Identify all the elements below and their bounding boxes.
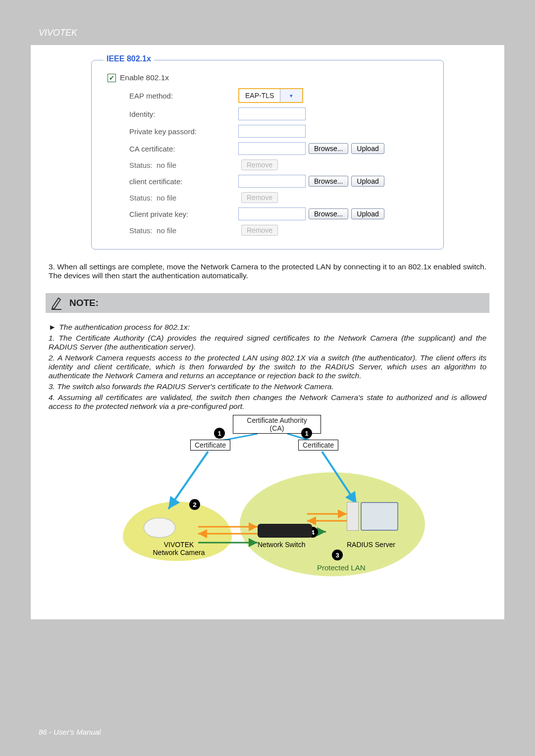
page-number: 86 <box>39 728 47 736</box>
certificate-right-box: Certificate <box>298 440 338 451</box>
radius-label: RADIUS Server <box>347 541 395 549</box>
manual-title: User's Manual <box>54 728 101 736</box>
step-1-badge-right: 1 <box>301 428 312 439</box>
eap-method-label: EAP method: <box>129 92 238 100</box>
client-private-key-file-input[interactable] <box>238 207 306 220</box>
client-key-status-label: Status: <box>129 226 153 235</box>
ca-browse-button[interactable]: Browse... <box>309 143 348 154</box>
fieldset-legend: IEEE 802.1x <box>104 54 154 63</box>
client-key-upload-button[interactable]: Upload <box>351 208 384 219</box>
step-3-badge: 3 <box>332 550 343 560</box>
ca-status-value: no file <box>157 161 176 169</box>
client-cert-status-label: Status: <box>129 194 153 202</box>
svg-line-3 <box>168 452 208 509</box>
ieee-8021x-fieldset: IEEE 802.1x ✔ Enable 802.1x EAP method: … <box>91 60 444 250</box>
step-1-badge-left: 1 <box>214 428 225 439</box>
radius-server-icon <box>347 502 398 531</box>
client-cert-remove-button: Remove <box>241 192 278 203</box>
authentication-diagram: Certificate Authority (CA) Certificate C… <box>109 415 426 578</box>
chevron-down-icon: ▾ <box>280 89 302 102</box>
eap-method-selected: EAP-TLS <box>239 92 280 100</box>
certificate-left-box: Certificate <box>190 440 230 451</box>
svg-line-4 <box>322 452 357 504</box>
client-key-status-value: no file <box>157 226 176 235</box>
switch-label: Network Switch <box>258 541 305 549</box>
client-private-key-label: Client private key: <box>129 210 238 218</box>
note-body: The authentication process for 802.1x: 1… <box>46 317 489 411</box>
note-intro: The authentication process for 802.1x: <box>49 323 486 332</box>
ca-certificate-label: CA certificate: <box>129 145 238 153</box>
ca-status-label: Status: <box>129 161 153 169</box>
note-title: NOTE: <box>69 298 99 308</box>
client-cert-browse-button[interactable]: Browse... <box>309 176 348 187</box>
enable-8021x-label: Enable 802.1x <box>120 73 169 82</box>
client-certificate-file-input[interactable] <box>238 175 306 188</box>
step-3-text: 3. When all settings are complete, move … <box>46 262 489 280</box>
client-cert-upload-button[interactable]: Upload <box>351 176 384 187</box>
protected-lan-label: Protected LAN <box>317 563 366 572</box>
note-item-4: 4. Assuming all certificates are validat… <box>49 393 486 411</box>
client-cert-status-value: no file <box>157 194 176 202</box>
identity-input[interactable] <box>238 107 306 120</box>
note-item-3: 3. The switch also forwards the RADIUS S… <box>49 382 486 391</box>
private-key-password-label: Private key passord: <box>129 127 238 136</box>
camera-label: VIVOTEKNetwork Camera <box>142 541 216 556</box>
identity-label: Identity: <box>129 110 238 118</box>
switch-icon <box>258 524 312 538</box>
ca-remove-button: Remove <box>241 159 278 170</box>
private-key-password-input[interactable] <box>238 125 306 138</box>
ca-certificate-file-input[interactable] <box>238 142 306 155</box>
client-key-browse-button[interactable]: Browse... <box>309 208 348 219</box>
enable-8021x-checkbox[interactable]: ✔ <box>107 74 116 82</box>
page-footer: 86 - User's Manual <box>39 728 101 736</box>
brand-header: VIVOTEK <box>0 0 535 38</box>
pencil-icon <box>51 296 62 310</box>
camera-icon <box>144 514 175 538</box>
client-key-remove-button: Remove <box>241 225 278 236</box>
step-2-badge: 2 <box>189 499 200 510</box>
client-certificate-label: client certificate: <box>129 177 238 186</box>
note-item-2: 2. A Network Camera requests access to t… <box>49 353 486 380</box>
note-bar: NOTE: <box>46 293 489 313</box>
eap-method-select[interactable]: EAP-TLS ▾ <box>238 88 303 103</box>
ca-upload-button[interactable]: Upload <box>351 143 384 154</box>
note-item-1: 1. The Certificate Authority (CA) provid… <box>49 334 486 352</box>
